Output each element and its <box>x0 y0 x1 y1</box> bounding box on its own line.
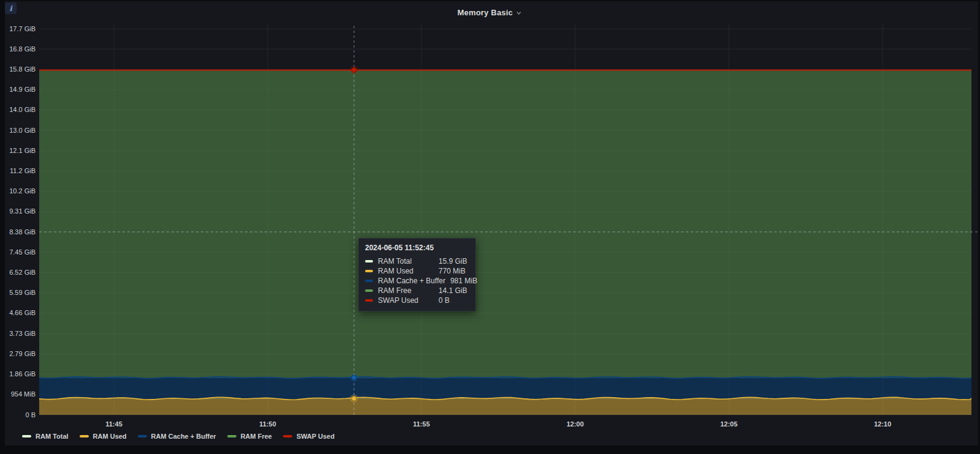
area-ram-used <box>39 397 971 415</box>
hover-dot-ram-cache-buffer <box>352 375 356 380</box>
tooltip-row: SWAP Used0 B <box>365 296 469 305</box>
series-color-swatch-icon <box>365 270 373 272</box>
tooltip-row: RAM Cache + Buffer981 MiB <box>365 276 469 286</box>
tooltip-series-value: 0 B <box>439 296 469 305</box>
tooltip-series-value: 14.1 GiB <box>439 286 469 295</box>
area-ram-cache-buffer <box>39 377 971 399</box>
legend-label: RAM Used <box>93 433 127 440</box>
hover-dot-ram-used <box>352 396 356 401</box>
tooltip-series-label: RAM Free <box>378 286 434 295</box>
tooltip-series-value: 770 MiB <box>439 267 469 275</box>
legend: RAM TotalRAM UsedRAM Cache + BufferRAM F… <box>22 431 334 442</box>
legend-swatch-icon <box>22 435 31 437</box>
legend-item[interactable]: RAM Total <box>22 433 69 440</box>
legend-swatch-icon <box>283 435 292 437</box>
legend-label: SWAP Used <box>296 433 334 440</box>
series-color-swatch-icon <box>365 280 373 282</box>
hover-dot-swap-used <box>352 67 356 72</box>
chart <box>0 0 980 454</box>
legend-swatch-icon <box>80 435 89 437</box>
tooltip-series-label: SWAP Used <box>378 296 434 305</box>
legend-swatch-icon <box>138 435 147 437</box>
tooltip-row: RAM Used770 MiB <box>365 266 469 276</box>
legend-item[interactable]: RAM Cache + Buffer <box>138 433 216 440</box>
tooltip-row: RAM Total15.9 GiB <box>365 256 469 266</box>
tooltip-series-label: RAM Used <box>378 267 434 275</box>
tooltip-timestamp: 2024-06-05 11:52:45 <box>365 244 469 252</box>
tooltip-series-label: RAM Cache + Buffer <box>378 277 445 285</box>
series-color-swatch-icon <box>365 260 373 262</box>
tooltip-series-value: 981 MiB <box>450 277 481 285</box>
tooltip: 2024-06-05 11:52:45 RAM Total15.9 GiBRAM… <box>358 238 476 311</box>
series-color-swatch-icon <box>365 299 373 302</box>
series-color-swatch-icon <box>365 289 373 292</box>
legend-swatch-icon <box>227 435 236 437</box>
tooltip-row: RAM Free14.1 GiB <box>365 286 469 296</box>
legend-item[interactable]: RAM Used <box>80 433 127 440</box>
tooltip-series-value: 15.9 GiB <box>439 257 469 266</box>
area-ram-free <box>39 70 971 378</box>
legend-item[interactable]: RAM Free <box>227 433 272 440</box>
legend-label: RAM Total <box>36 433 69 440</box>
tooltip-series-label: RAM Total <box>378 257 434 266</box>
legend-item[interactable]: SWAP Used <box>283 433 334 440</box>
legend-label: RAM Free <box>241 433 272 440</box>
legend-label: RAM Cache + Buffer <box>151 433 216 440</box>
